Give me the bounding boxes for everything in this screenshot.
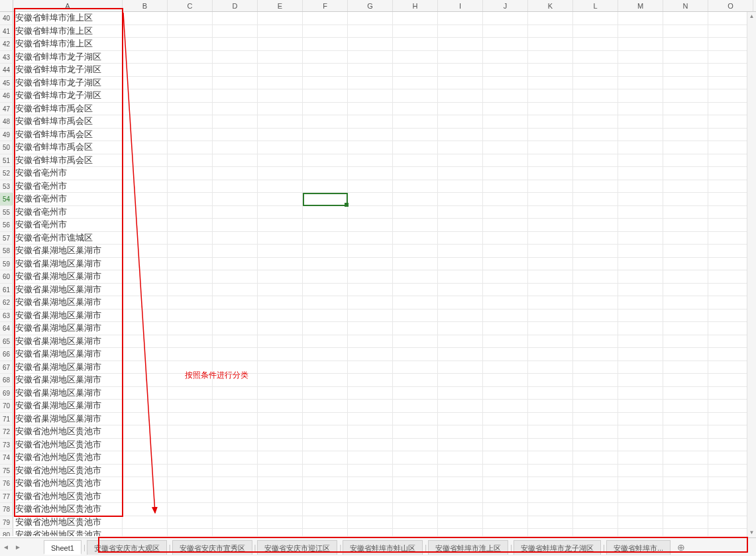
- cell[interactable]: [618, 270, 663, 283]
- cell[interactable]: [393, 180, 438, 193]
- cell[interactable]: [528, 270, 573, 283]
- cell[interactable]: [258, 490, 303, 503]
- cell[interactable]: [123, 64, 168, 76]
- cell[interactable]: [438, 374, 483, 386]
- cell[interactable]: [168, 219, 213, 231]
- cell[interactable]: [573, 335, 618, 348]
- cell[interactable]: [528, 12, 573, 25]
- cell[interactable]: [573, 245, 618, 257]
- cell[interactable]: [303, 77, 348, 89]
- cell[interactable]: [438, 439, 483, 451]
- cell[interactable]: [483, 309, 528, 322]
- cell[interactable]: [168, 115, 213, 128]
- cell[interactable]: [168, 451, 213, 464]
- cell[interactable]: [168, 232, 213, 245]
- cell[interactable]: [438, 335, 483, 348]
- cell[interactable]: [663, 387, 708, 400]
- cell[interactable]: [663, 193, 708, 205]
- cell[interactable]: [168, 296, 213, 309]
- column-header-K[interactable]: K: [528, 0, 573, 11]
- column-header-G[interactable]: G: [348, 0, 393, 11]
- cell[interactable]: [528, 387, 573, 400]
- cell[interactable]: [438, 309, 483, 322]
- cell[interactable]: [168, 129, 213, 141]
- cell[interactable]: [348, 309, 393, 322]
- cell[interactable]: [573, 193, 618, 205]
- cell[interactable]: [168, 439, 213, 451]
- cell[interactable]: [483, 490, 528, 503]
- cell[interactable]: [573, 284, 618, 296]
- cell[interactable]: [303, 245, 348, 257]
- cell[interactable]: [348, 89, 393, 102]
- cell[interactable]: 安徽省蚌埠市淮上区: [13, 38, 123, 50]
- cell[interactable]: [393, 154, 438, 167]
- cell[interactable]: [618, 477, 663, 490]
- cell[interactable]: [663, 374, 708, 386]
- cell[interactable]: 安徽省蚌埠市龙子湖区: [13, 64, 123, 76]
- cell[interactable]: [438, 154, 483, 167]
- cell[interactable]: [258, 193, 303, 205]
- row-header[interactable]: 55: [0, 206, 13, 219]
- cell[interactable]: 安徽省亳州市: [13, 167, 123, 180]
- row-header[interactable]: 51: [0, 154, 13, 167]
- row-header[interactable]: 66: [0, 348, 13, 361]
- cell[interactable]: [663, 465, 708, 477]
- cell[interactable]: [618, 348, 663, 361]
- cell[interactable]: [258, 245, 303, 257]
- cell[interactable]: [483, 387, 528, 400]
- cell[interactable]: [213, 51, 258, 64]
- cell[interactable]: [618, 335, 663, 348]
- cell[interactable]: [213, 296, 258, 309]
- row-header[interactable]: 47: [0, 103, 13, 115]
- cell[interactable]: [528, 516, 573, 529]
- cell[interactable]: 安徽省巢湖地区巢湖市: [13, 374, 123, 386]
- cell[interactable]: [168, 51, 213, 64]
- cell[interactable]: [483, 115, 528, 128]
- cell[interactable]: 安徽省巢湖地区巢湖市: [13, 387, 123, 400]
- tab-nav-next-icon[interactable]: ►: [12, 540, 24, 555]
- cell[interactable]: [258, 232, 303, 245]
- cell[interactable]: [258, 38, 303, 50]
- cell[interactable]: [483, 154, 528, 167]
- cell[interactable]: [438, 25, 483, 38]
- cell[interactable]: [348, 296, 393, 309]
- cell[interactable]: [528, 245, 573, 257]
- cell[interactable]: [528, 193, 573, 205]
- cell[interactable]: [573, 387, 618, 400]
- cell[interactable]: [303, 425, 348, 438]
- cell[interactable]: [213, 193, 258, 205]
- cell[interactable]: [258, 141, 303, 154]
- cell[interactable]: [348, 38, 393, 50]
- cell[interactable]: 安徽省池州地区贵池市: [13, 439, 123, 451]
- cell[interactable]: [393, 400, 438, 412]
- cell[interactable]: [258, 348, 303, 361]
- cell[interactable]: [438, 245, 483, 257]
- cell[interactable]: [528, 232, 573, 245]
- cell[interactable]: 安徽省亳州市谯城区: [13, 232, 123, 245]
- cell[interactable]: [528, 451, 573, 464]
- cell[interactable]: 安徽省蚌埠市龙子湖区: [13, 77, 123, 89]
- cell[interactable]: [348, 103, 393, 115]
- cell[interactable]: [258, 51, 303, 64]
- cell[interactable]: [663, 219, 708, 231]
- cell[interactable]: [573, 38, 618, 50]
- cell[interactable]: [258, 309, 303, 322]
- cell[interactable]: [303, 193, 348, 205]
- cell[interactable]: [303, 12, 348, 25]
- cell[interactable]: [528, 477, 573, 490]
- cell[interactable]: [123, 193, 168, 205]
- cell[interactable]: [213, 258, 258, 270]
- cell[interactable]: [528, 51, 573, 64]
- cell[interactable]: [438, 477, 483, 490]
- cell[interactable]: [258, 322, 303, 335]
- cell[interactable]: [168, 503, 213, 516]
- cell[interactable]: [393, 141, 438, 154]
- cell[interactable]: [618, 167, 663, 180]
- cell[interactable]: [528, 400, 573, 412]
- cell[interactable]: [393, 477, 438, 490]
- cell[interactable]: [168, 89, 213, 102]
- cell[interactable]: [573, 465, 618, 477]
- column-header-L[interactable]: L: [573, 0, 618, 11]
- cell[interactable]: [618, 400, 663, 412]
- cell[interactable]: 安徽省池州地区贵池市: [13, 451, 123, 464]
